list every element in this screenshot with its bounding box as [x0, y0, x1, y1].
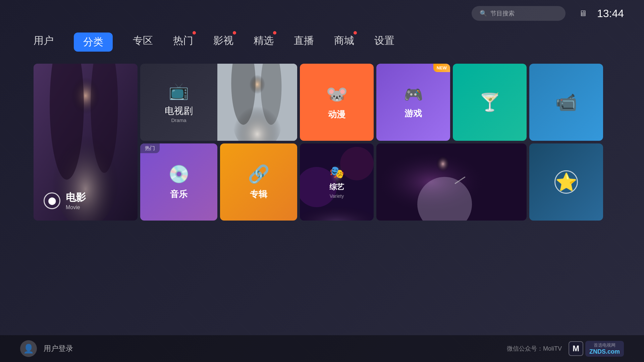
hot-badge: 热门	[140, 143, 160, 153]
variety-subtitle: Variety	[329, 193, 344, 199]
favorite-star-icon: ⭐	[554, 170, 578, 194]
camera-icon: 📹	[555, 92, 577, 113]
drama-title: 电视剧	[165, 105, 193, 117]
nav-item-category[interactable]: 分类	[74, 33, 113, 52]
tile-music[interactable]: 热门 💿 音乐	[140, 143, 217, 221]
tile-anime[interactable]: 🐭 动漫	[300, 64, 374, 141]
movie-subtitle: Movie	[66, 204, 86, 210]
znds-badge: 首选电视网 ZNDS.com	[585, 341, 624, 357]
search-placeholder: 节目搜索	[490, 9, 515, 17]
music-label: 音乐	[170, 188, 187, 200]
main-nav: 用户 分类 专区 热门 影视 精选 直播 商城 设置	[0, 27, 644, 57]
nav-item-mall[interactable]: 商城	[334, 34, 354, 50]
top-bar: 🔍 节目搜索 🖥 13:44	[0, 0, 644, 27]
top-right: 🖥 13:44	[579, 7, 624, 20]
monitor-icon: 🖥	[579, 9, 587, 18]
nav-item-selected[interactable]: 精选	[254, 34, 274, 50]
user-login-text: 用户登录	[44, 344, 73, 354]
new-badge: NEW	[433, 64, 450, 72]
drama-tv-icon: 📺	[169, 82, 189, 101]
clock: 13:44	[597, 7, 624, 20]
tile-drama[interactable]: 📺 电视剧 Drama	[140, 64, 297, 141]
movie-label: ⬤ 电影 Movie	[44, 191, 86, 210]
user-section[interactable]: 👤 用户登录	[20, 340, 73, 357]
nav-item-settings[interactable]: 设置	[374, 34, 394, 50]
tile-singer[interactable]	[376, 143, 527, 221]
search-box[interactable]: 🔍 节目搜索	[472, 6, 566, 21]
tile-variety[interactable]: 🎭 综艺 Variety	[300, 143, 374, 221]
drama-left: 📺 电视剧 Drama	[140, 82, 217, 123]
album-label: 专辑	[250, 188, 267, 200]
variety-content: 🎭 综艺 Variety	[323, 159, 351, 205]
drama-subtitle: Drama	[165, 117, 193, 123]
tile-album[interactable]: 🔗 专辑	[220, 143, 297, 221]
variety-title: 综艺	[329, 182, 344, 192]
tiles-grid: ⬤ 电影 Movie 📺 电视剧 Drama	[0, 57, 644, 221]
nav-dot-film	[233, 31, 236, 35]
nav-dot-hot	[193, 31, 196, 35]
nav-item-hot[interactable]: 热门	[173, 34, 193, 50]
nav-item-live[interactable]: 直播	[294, 34, 314, 50]
album-link-icon: 🔗	[248, 164, 270, 184]
logo-m: M	[569, 341, 583, 356]
nav-item-film[interactable]: 影视	[213, 34, 233, 50]
logo-znds: M 首选电视网 ZNDS.com	[569, 341, 624, 357]
game-controller-icon: 🎮	[404, 85, 423, 104]
movie-film-icon: ⬤	[44, 192, 60, 209]
tile-cocktail[interactable]: 🍸	[453, 64, 527, 141]
movie-title: 电影	[66, 191, 86, 204]
music-disc-icon: 💿	[168, 164, 190, 184]
nav-dot-mall	[354, 31, 357, 35]
nav-dot-selected	[273, 31, 276, 35]
user-avatar: 👤	[20, 340, 37, 357]
tile-camera[interactable]: 📹	[529, 64, 603, 141]
nav-item-user[interactable]: 用户	[34, 34, 54, 50]
tile-favorite[interactable]: ⭐	[529, 143, 603, 221]
anime-icon: 🐭	[326, 84, 348, 105]
tile-movie[interactable]: ⬤ 电影 Movie	[34, 64, 138, 221]
variety-stage-icon: 🎭	[329, 165, 344, 179]
tile-game[interactable]: NEW 🎮 游戏	[376, 64, 450, 141]
cocktail-icon: 🍸	[479, 92, 501, 113]
anime-label: 动漫	[328, 109, 345, 120]
search-icon: 🔍	[480, 10, 487, 17]
nav-item-zone[interactable]: 专区	[133, 34, 153, 50]
drama-girl-image	[217, 64, 297, 141]
bottom-bar: 👤 用户登录 微信公众号：MoliTV M 首选电视网 ZNDS.com	[0, 335, 644, 362]
wechat-text: 微信公众号：MoliTV	[507, 345, 562, 353]
bottom-right: 微信公众号：MoliTV M 首选电视网 ZNDS.com	[507, 341, 624, 357]
game-label: 游戏	[405, 108, 422, 119]
